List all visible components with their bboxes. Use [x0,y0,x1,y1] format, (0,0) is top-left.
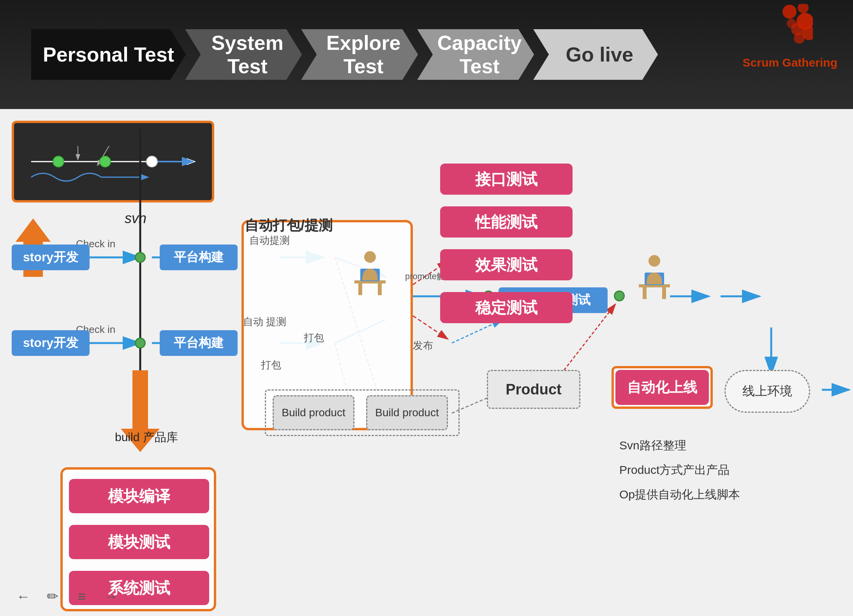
story-dev-btn-1[interactable]: story开发 [12,245,90,270]
svg-rect-48 [378,283,382,295]
build-product-box-1: Build product [273,395,354,430]
online-env-box: 线上环境 [724,370,810,413]
step-go-live[interactable]: Go live [533,29,658,80]
step-explore-test[interactable]: ExploreTest [301,29,418,80]
auto-promote-label2: 自动 提测 [243,315,286,329]
svg-point-1 [798,4,809,13]
build-product-box-2: Build product [366,395,448,430]
green-dot-2 [135,338,146,348]
publish-label: 发布 [413,339,433,352]
auto-online-box: 自动化上线 [612,366,713,409]
person-icon-1 [351,249,389,296]
module-test-label: 模块测试 [69,525,209,559]
pack-label2: 打包 [261,358,281,372]
svg-rect-47 [358,283,362,295]
note-1: Svn路径整理 [619,436,740,455]
svg-point-40 [100,156,111,167]
header-bar: Personal Test SystemTest ExploreTest Cap… [0,0,853,109]
story-dev-btn-2[interactable]: story开发 [12,330,90,356]
test-type-interface: 接口测试 [440,164,573,195]
timeline-diagram-box [12,121,214,202]
platform-build-btn-2[interactable]: 平台构建 [160,330,238,356]
green-dot-1 [135,252,146,263]
test-type-effect: 效果测试 [440,249,573,280]
note-3: Op提供自动化上线脚本 [619,485,740,504]
note-2: Product方式产出产品 [619,461,740,479]
scrum-gathering-label: Scrum Gathering [743,56,837,69]
person-icon-2 [635,253,674,300]
back-button[interactable]: ← [12,585,35,608]
svg-line-29 [452,320,502,343]
svg-point-6 [794,33,805,44]
pack-label: 打包 [304,331,324,345]
auto-pack-title: 自动打包/提测 [245,216,333,235]
module-compile-label: 模块编译 [69,479,209,513]
green-dot-4 [614,290,625,301]
test-type-performance: 性能测试 [440,206,573,238]
bottom-toolbar: ← ✏ ≡ → [12,585,123,608]
forward-button[interactable]: → [99,585,123,608]
build-lib-label: build 产品库 [115,428,178,446]
test-type-stability: 稳定测试 [440,292,573,323]
svg-point-50 [364,251,376,263]
list-button[interactable]: ≡ [70,585,93,608]
platform-build-btn-1[interactable]: 平台构建 [160,245,238,270]
timeline-svg [16,127,210,197]
branding-area: Scrum Gathering [743,4,837,69]
main-content: svn Check in Check in story开发 story开发 平台… [0,109,853,616]
step-system-test[interactable]: SystemTest [185,29,302,80]
svg-point-55 [649,255,660,267]
svg-point-5 [787,19,796,28]
svg-rect-52 [643,287,647,299]
product-box: Product [487,370,580,409]
notes-area: Svn路径整理 Product方式产出产品 Op提供自动化上线脚本 [619,436,740,504]
pipeline-steps: Personal Test SystemTest ExploreTest Cap… [31,29,658,80]
svg-point-0 [783,5,797,19]
svn-label: svn [125,210,146,227]
svg-point-39 [53,156,64,167]
svg-rect-53 [662,287,666,299]
step-personal-test[interactable]: Personal Test [31,29,186,80]
svg-point-41 [146,156,157,167]
edit-button[interactable]: ✏ [41,585,64,608]
step-capacity-test[interactable]: CapacityTest [417,29,534,80]
auto-online-label: 自动化上线 [615,370,709,405]
auto-promote-label: 自动提测 [249,234,290,247]
